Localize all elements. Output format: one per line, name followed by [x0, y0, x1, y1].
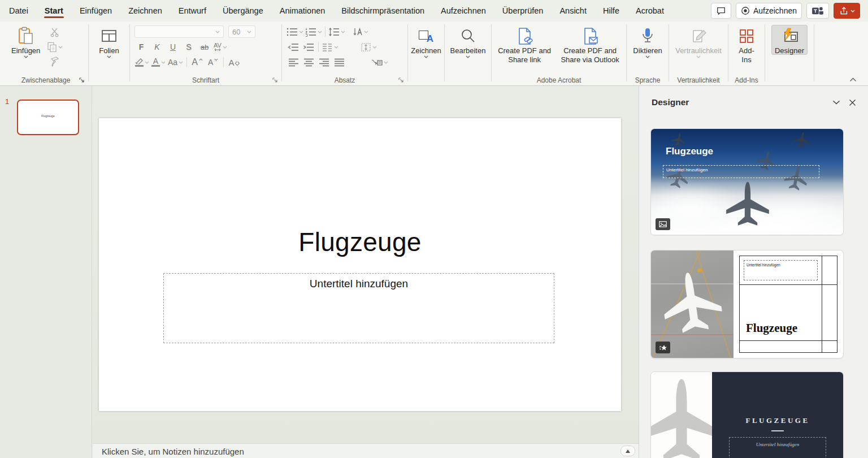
change-case-button[interactable]: Aa	[168, 56, 183, 68]
align-right-button[interactable]	[317, 56, 331, 68]
design-suggestion-3[interactable]: FLUGZEUGE Untertitel hinzufügen	[651, 372, 843, 458]
group-sensitivity: Vertraulichkeit Vertraulichkeit	[669, 21, 728, 85]
slide-thumbnail-panel: 1 Flugzeuge	[0, 86, 92, 458]
chevron-down-icon	[145, 61, 149, 64]
character-spacing-button[interactable]: AV	[214, 41, 227, 53]
share-button[interactable]	[834, 3, 860, 19]
menu-tab-acrobat[interactable]: Acrobat	[635, 1, 665, 20]
addins-button[interactable]: Add-Ins	[731, 25, 762, 64]
designer-close-button[interactable]	[844, 96, 860, 109]
design-suggestion-2[interactable]: Untertitel hinzufügen Flugzeuge	[651, 250, 843, 358]
clear-formatting-button[interactable]: A	[227, 56, 241, 68]
shrink-font-button[interactable]: A	[206, 56, 220, 68]
dictate-label: Diktieren	[633, 46, 662, 55]
cut-button[interactable]	[47, 26, 63, 38]
menu-tab-zeichnen[interactable]: Zeichnen	[127, 1, 163, 20]
font-name-select[interactable]	[134, 25, 224, 38]
designer-collapse-button[interactable]	[828, 96, 844, 109]
align-center-button[interactable]	[302, 56, 315, 68]
increase-indent-button[interactable]	[302, 41, 315, 53]
slide-thumbnail[interactable]: Flugzeuge	[17, 100, 79, 135]
comments-button[interactable]	[711, 3, 731, 19]
draw-button[interactable]: A Zeichnen	[411, 25, 441, 58]
paragraph-dialog-launcher-icon[interactable]	[397, 76, 405, 84]
create-pdf-share-link-button[interactable]: Create PDF and Share link	[496, 25, 553, 64]
editing-canvas: Flugzeuge Untertitel hinzufügen Klicken …	[93, 86, 639, 458]
design3-title: FLUGZEUGE	[712, 416, 843, 425]
underline-label: U	[170, 42, 176, 51]
airplane-top-view	[651, 375, 712, 458]
magnifier-icon	[460, 27, 476, 46]
caret-up-icon	[199, 58, 203, 61]
text-shadow-button[interactable]: S	[182, 41, 196, 53]
clipboard-dialog-launcher-icon[interactable]	[78, 76, 85, 84]
notes-collapse-button[interactable]	[620, 446, 635, 456]
menu-tab-animationen[interactable]: Animationen	[279, 1, 327, 20]
chevron-down-icon	[696, 55, 701, 58]
slide-editing-surface[interactable]: Flugzeuge Untertitel hinzufügen	[99, 118, 621, 411]
format-painter-button[interactable]	[47, 55, 63, 68]
decrease-indent-button[interactable]	[287, 41, 300, 53]
copy-button[interactable]	[47, 41, 63, 53]
menu-tab-ueberpruefen[interactable]: Überprüfen	[501, 1, 545, 20]
menu-tab-einfuegen[interactable]: Einfügen	[79, 1, 113, 20]
font-color-button[interactable]: A	[151, 56, 166, 68]
font-size-select[interactable]: 60	[228, 25, 255, 38]
strikethrough-button[interactable]: ab	[198, 41, 211, 53]
menu-tab-aufzeichnen[interactable]: Aufzeichnen	[440, 1, 487, 20]
underline-button[interactable]: U	[166, 41, 180, 53]
layout-rule	[822, 256, 822, 352]
grow-font-button[interactable]: A	[190, 56, 204, 68]
slide-title-text[interactable]: Flugzeuge	[99, 227, 621, 257]
bold-button[interactable]: F	[134, 41, 148, 53]
group-font: 60 F K U S ab AV	[130, 21, 281, 85]
line-spacing-button[interactable]	[328, 25, 345, 38]
menu-tab-bildschirmpraesentation[interactable]: Bildschirmpräsentation	[340, 1, 426, 20]
menu-tab-datei[interactable]: Datei	[8, 1, 29, 20]
decrease-indent-icon	[288, 42, 299, 52]
chevron-down-icon	[334, 46, 338, 49]
designer-button[interactable]: Designer	[771, 25, 808, 55]
paste-button[interactable]: Einfügen	[8, 25, 44, 58]
bullets-button[interactable]	[287, 25, 303, 38]
text-direction-button[interactable]	[353, 25, 368, 38]
chevron-down-icon	[850, 10, 855, 12]
italic-button[interactable]: K	[150, 41, 164, 53]
menu-tab-start[interactable]: Start	[44, 1, 64, 20]
create-pdf-share-outlook-button[interactable]: Create PDF and Share via Outlook	[558, 25, 622, 64]
teams-button[interactable]	[806, 3, 829, 19]
align-text-vertical-button[interactable]	[361, 41, 377, 53]
notes-bar[interactable]: Klicken Sie, um Notizen hinzuzufügen	[93, 443, 639, 458]
numbering-button[interactable]	[305, 25, 322, 38]
subtitle-placeholder-box[interactable]: Untertitel hinzufügen	[163, 273, 554, 343]
align-left-button[interactable]	[287, 56, 300, 68]
justify-icon	[334, 58, 345, 67]
design1-subtitle-box: Untertitel hinzufügen	[663, 165, 819, 178]
convert-smartart-button[interactable]	[371, 56, 388, 68]
menu-tab-entwurf[interactable]: Entwurf	[177, 1, 207, 20]
chevron-down-icon	[645, 55, 650, 58]
menu-tab-hilfe[interactable]: Hilfe	[602, 1, 620, 20]
collapse-ribbon-button[interactable]	[849, 77, 857, 82]
designer-panel-header: Designer	[652, 96, 860, 109]
columns-button[interactable]	[322, 41, 338, 53]
group-paragraph: Absatz	[282, 21, 407, 85]
design-suggestion-1[interactable]: Flugzeuge Untertitel hinzufügen	[651, 129, 843, 235]
strike-label: ab	[201, 43, 209, 51]
record-button[interactable]: Aufzeichnen	[736, 3, 802, 19]
dictate-button[interactable]: Diktieren	[631, 25, 664, 58]
slides-button[interactable]: Folien	[94, 25, 124, 58]
font-dialog-launcher-icon[interactable]	[271, 76, 279, 84]
sensitivity-group-label: Vertraulichkeit	[669, 76, 728, 84]
addins-group-label: Add-Ins	[728, 76, 765, 84]
chevron-down-icon	[341, 31, 345, 33]
subtitle-placeholder-text: Untertitel hinzufügen	[164, 278, 554, 290]
bold-label: F	[139, 42, 144, 51]
sensitivity-button[interactable]: Vertraulichkeit	[674, 25, 723, 58]
highlight-color-button[interactable]	[134, 56, 149, 68]
group-clipboard: Einfügen Zwischenablage	[3, 21, 88, 85]
editing-button[interactable]: Bearbeiten	[449, 25, 487, 58]
menu-tab-uebergaenge[interactable]: Übergänge	[222, 1, 264, 20]
menu-tab-ansicht[interactable]: Ansicht	[558, 1, 588, 20]
justify-button[interactable]	[332, 56, 346, 68]
